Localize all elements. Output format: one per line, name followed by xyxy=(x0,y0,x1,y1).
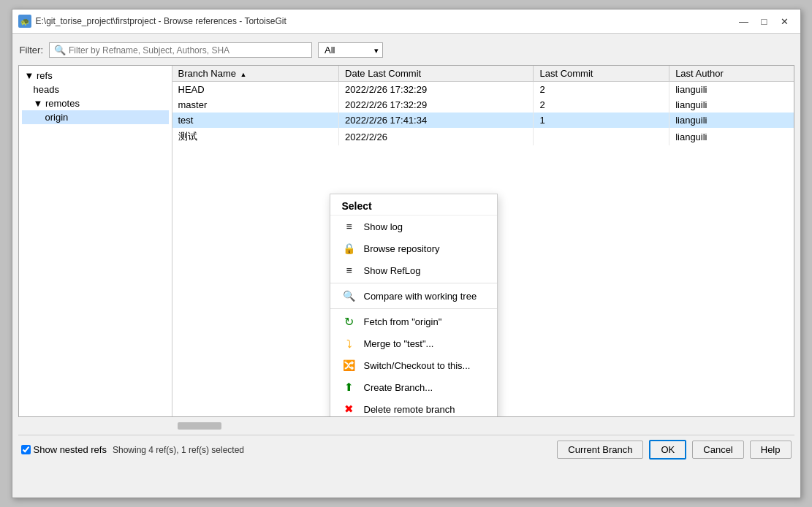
switch-icon: 🔀 xyxy=(342,358,357,373)
scrollbar-area xyxy=(172,422,794,430)
refs-table: Branch Name ▲ Date Last Commit Last Comm… xyxy=(172,66,794,145)
sidebar-item-heads-label: heads xyxy=(34,84,59,95)
cell-author: lianguili xyxy=(669,97,794,113)
cell-commit: 2 xyxy=(534,97,669,113)
cell-author: lianguili xyxy=(669,113,794,128)
show-reflog-icon: ≡ xyxy=(342,263,357,278)
sidebar: ▼ refs heads ▼ remotes origin xyxy=(19,66,172,416)
window-controls: — □ ✕ xyxy=(735,14,794,28)
main-window: 🐢 E:\git_torise_project\firstproject - B… xyxy=(12,9,801,498)
ctx-fetch-origin[interactable]: ↻ Fetch from "origin" xyxy=(330,310,497,332)
cell-commit xyxy=(534,128,669,145)
cell-date: 2022/2/26 17:32:29 xyxy=(339,97,534,113)
sidebar-item-origin[interactable]: origin xyxy=(22,110,169,124)
col-branch-name[interactable]: Branch Name ▲ xyxy=(172,66,339,82)
show-nested-refs-checkbox[interactable] xyxy=(21,445,31,454)
cell-branch: test xyxy=(172,113,339,128)
create-branch-icon: ⬆ xyxy=(342,380,357,394)
col-date-last-commit[interactable]: Date Last Commit xyxy=(339,66,534,82)
browse-repo-icon: 🔒 xyxy=(342,241,357,256)
sort-arrow-branch: ▲ xyxy=(240,71,247,78)
context-menu: Select ≡ Show log 🔒 Browse repository ≡ … xyxy=(330,194,498,416)
col-last-author[interactable]: Last Author xyxy=(669,66,794,82)
merge-icon: ⤵ xyxy=(342,336,357,351)
sidebar-item-remotes-label: remotes xyxy=(45,98,80,109)
maximize-button[interactable]: □ xyxy=(755,14,774,28)
col-author-label: Last Author xyxy=(675,68,724,79)
ctx-compare-tree[interactable]: 🔍 Compare with working tree xyxy=(330,285,497,307)
cell-branch: 测试 xyxy=(172,128,339,145)
footer: Show nested refs Showing 4 ref(s), 1 ref… xyxy=(18,435,794,464)
window-title: E:\git_torise_project\firstproject - Bro… xyxy=(36,16,735,26)
ctx-show-log[interactable]: ≡ Show log xyxy=(330,216,497,237)
cell-author: lianguili xyxy=(669,82,794,98)
sidebar-item-refs-label: refs xyxy=(37,70,53,81)
ctx-show-log-label: Show log xyxy=(364,221,403,232)
cell-author: lianguili xyxy=(669,128,794,145)
sidebar-item-remotes[interactable]: ▼ remotes xyxy=(22,96,169,110)
table-row[interactable]: master 2022/2/26 17:32:29 2 lianguili xyxy=(172,97,794,113)
ctx-delete-remote[interactable]: ✖ Delete remote branch xyxy=(330,398,497,416)
table-row[interactable]: test 2022/2/26 17:41:34 1 lianguili xyxy=(172,113,794,128)
cell-commit: 2 xyxy=(534,82,669,98)
cell-date: 2022/2/26 17:32:29 xyxy=(339,82,534,98)
filter-row: Filter: 🔍 All Branches Tags Remotes xyxy=(18,39,794,61)
ctx-switch-label: Switch/Checkout to this... xyxy=(364,360,471,371)
scroll-thumb[interactable] xyxy=(178,422,221,430)
filter-dropdown[interactable]: All Branches Tags Remotes xyxy=(318,42,383,58)
ctx-browse-repo-label: Browse repository xyxy=(364,243,440,254)
cell-commit: 1 xyxy=(534,113,669,128)
dialog-content: Filter: 🔍 All Branches Tags Remotes ▼ xyxy=(12,34,800,470)
context-menu-header: Select xyxy=(330,196,497,216)
fetch-origin-icon: ↻ xyxy=(342,314,357,329)
main-area: ▼ refs heads ▼ remotes origin xyxy=(18,65,794,417)
show-log-icon: ≡ xyxy=(342,219,357,234)
compare-tree-icon: 🔍 xyxy=(342,289,357,303)
table-area: Branch Name ▲ Date Last Commit Last Comm… xyxy=(172,66,794,416)
cell-date: 2022/2/26 xyxy=(339,128,534,145)
expand-icon: ▼ xyxy=(25,70,37,81)
ctx-switch[interactable]: 🔀 Switch/Checkout to this... xyxy=(330,354,497,376)
app-icon: 🐢 xyxy=(18,15,31,28)
ctx-create-branch[interactable]: ⬆ Create Branch... xyxy=(330,376,497,398)
ctx-show-reflog-label: Show RefLog xyxy=(364,265,421,276)
cancel-button[interactable]: Cancel xyxy=(692,441,743,459)
show-nested-refs-wrap: Show nested refs xyxy=(21,444,107,455)
status-text: Showing 4 ref(s), 1 ref(s) selected xyxy=(113,445,551,455)
ctx-separator-1 xyxy=(330,283,497,283)
filter-input-wrap: 🔍 xyxy=(49,42,312,58)
title-bar: 🐢 E:\git_torise_project\firstproject - B… xyxy=(12,9,800,34)
ctx-delete-remote-label: Delete remote branch xyxy=(364,404,455,415)
horizontal-scrollbar[interactable] xyxy=(172,422,794,430)
remotes-expand-icon: ▼ xyxy=(34,98,45,109)
current-branch-button[interactable]: Current Branch xyxy=(557,441,643,459)
ctx-show-reflog[interactable]: ≡ Show RefLog xyxy=(330,259,497,281)
table-row[interactable]: HEAD 2022/2/26 17:32:29 2 lianguili xyxy=(172,82,794,98)
cell-branch: HEAD xyxy=(172,82,339,98)
ctx-browse-repo[interactable]: 🔒 Browse repository xyxy=(330,237,497,259)
sidebar-item-heads[interactable]: heads xyxy=(22,83,169,96)
help-button[interactable]: Help xyxy=(750,441,792,459)
minimize-button[interactable]: — xyxy=(735,14,754,28)
ctx-create-branch-label: Create Branch... xyxy=(364,382,433,393)
cell-date: 2022/2/26 17:41:34 xyxy=(339,113,534,128)
filter-input[interactable] xyxy=(69,45,307,56)
filter-label: Filter: xyxy=(20,45,44,56)
delete-remote-icon: ✖ xyxy=(342,402,357,416)
ctx-merge-label: Merge to "test"... xyxy=(364,338,434,349)
ctx-separator-2 xyxy=(330,308,497,309)
table-row[interactable]: 测试 2022/2/26 lianguili xyxy=(172,128,794,145)
search-icon: 🔍 xyxy=(54,45,66,56)
sidebar-item-refs[interactable]: ▼ refs xyxy=(22,69,169,83)
col-commit-label: Last Commit xyxy=(539,68,593,79)
col-branch-name-label: Branch Name xyxy=(178,68,236,79)
filter-dropdown-wrap: All Branches Tags Remotes xyxy=(318,42,383,58)
ctx-compare-tree-label: Compare with working tree xyxy=(364,291,477,302)
cell-branch: master xyxy=(172,97,339,113)
ok-button[interactable]: OK xyxy=(649,440,686,460)
close-button[interactable]: ✕ xyxy=(775,14,794,28)
sidebar-item-origin-label: origin xyxy=(45,112,69,123)
ctx-merge[interactable]: ⤵ Merge to "test"... xyxy=(330,332,497,354)
col-date-label: Date Last Commit xyxy=(345,68,421,79)
col-last-commit[interactable]: Last Commit xyxy=(534,66,669,82)
